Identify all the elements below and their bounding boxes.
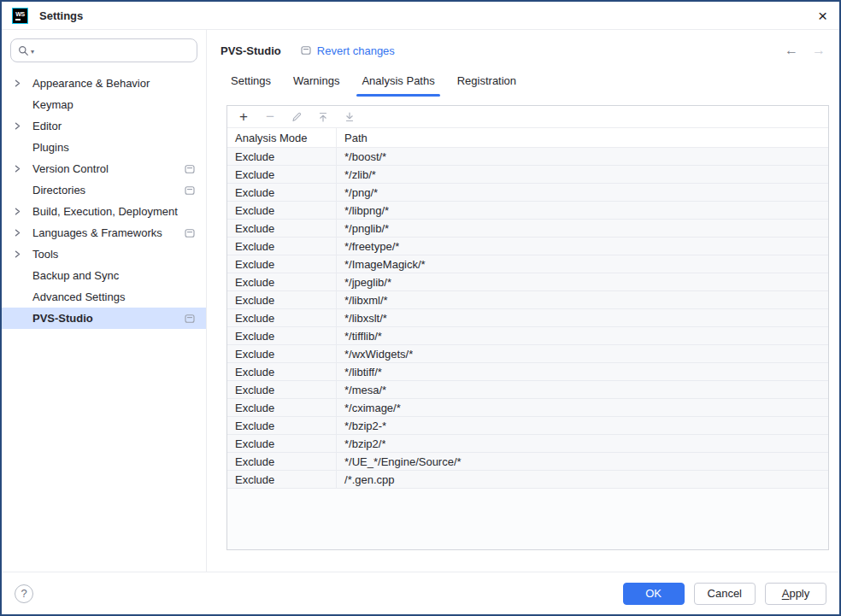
sidebar-item[interactable]: Languages & Frameworks (2, 222, 206, 243)
tab[interactable]: Warnings (288, 70, 344, 97)
tab-label: Registration (457, 74, 516, 87)
title-bar: WS Settings × (2, 2, 839, 30)
back-arrow-icon[interactable]: ← (785, 43, 798, 58)
settings-search-input[interactable] (39, 44, 190, 57)
table-row[interactable]: Exclude */pnglib/* (227, 220, 828, 238)
path-cell: */tifflib/* (337, 327, 382, 344)
table-row[interactable]: Exclude */freetype/* (227, 238, 828, 255)
path-cell: */png/* (337, 184, 378, 201)
table-row[interactable]: Exclude */cximage/* (227, 399, 828, 417)
sidebar-item-label: Version Control (32, 162, 185, 175)
settings-search-box[interactable]: ▾ (10, 38, 197, 62)
sidebar-item-label: Build, Execution, Deployment (32, 205, 185, 218)
analysis-mode-cell: Exclude (227, 220, 337, 237)
analysis-mode-cell: Exclude (227, 381, 337, 398)
path-cell: */zlib/* (337, 166, 376, 183)
table-row[interactable]: Exclude */UE_*/Engine/Source/* (227, 453, 828, 471)
tab[interactable]: Analysis Paths (356, 70, 439, 97)
tab[interactable]: Registration (452, 70, 521, 97)
apply-button[interactable]: Apply (765, 583, 826, 605)
analysis-mode-cell: Exclude (227, 309, 337, 326)
path-cell: */libxml/* (337, 291, 388, 308)
revert-changes-link[interactable]: Revert changes (301, 44, 395, 57)
path-cell: */boost/* (337, 148, 386, 165)
sidebar-item[interactable]: Backup and Sync (2, 265, 206, 286)
history-navigation: ← → (785, 43, 827, 58)
content-header: PVS-Studio Revert changes ← → (221, 42, 827, 59)
table-row[interactable]: Exclude */boost/* (227, 148, 828, 166)
sidebar-item[interactable]: Appearance & Behavior (2, 73, 206, 94)
add-icon[interactable]: + (237, 110, 250, 124)
chevron-right-icon[interactable] (14, 122, 26, 130)
sidebar-item[interactable]: Version Control (2, 158, 206, 179)
sidebar-item[interactable]: Tools (2, 243, 206, 265)
sidebar-item[interactable]: Keymap (2, 94, 206, 115)
close-icon[interactable]: × (818, 8, 827, 24)
revert-icon (301, 45, 311, 56)
move-down-icon[interactable] (343, 110, 356, 124)
path-cell: */mesa/* (337, 381, 386, 398)
move-up-icon[interactable] (316, 110, 330, 124)
column-header-analysis-mode: Analysis Mode (227, 128, 337, 147)
analysis-mode-cell: Exclude (227, 238, 337, 255)
logo-text: WS (15, 11, 24, 17)
tab[interactable]: Settings (226, 70, 276, 97)
settings-dialog: WS Settings × ▾ (0, 0, 841, 616)
table-row[interactable]: Exclude */libxml/* (227, 291, 828, 309)
table-row[interactable]: Exclude */jpeglib/* (227, 273, 828, 291)
sidebar-item[interactable]: Build, Execution, Deployment (2, 201, 206, 222)
edit-pencil-icon[interactable] (290, 110, 303, 124)
table-row[interactable]: Exclude */libpng/* (227, 202, 828, 220)
tab-label: Settings (231, 74, 271, 87)
table-row[interactable]: Exclude */png/* (227, 184, 828, 202)
table-row[interactable]: Exclude */libtiff/* (227, 363, 828, 381)
remove-icon[interactable]: − (263, 110, 277, 124)
path-cell: */libpng/* (337, 202, 389, 219)
path-cell: */cximage/* (337, 399, 401, 416)
chevron-right-icon[interactable] (14, 250, 26, 258)
settings-sidebar: ▾ Appearance & Behavior (2, 30, 207, 572)
cancel-button[interactable]: Cancel (694, 583, 756, 605)
footer-buttons: OK Cancel Apply (623, 583, 826, 605)
table-row[interactable]: Exclude */libxslt/* (227, 309, 828, 327)
path-cell: */pnglib/* (337, 220, 389, 237)
sidebar-item[interactable]: Plugins (2, 137, 206, 158)
sidebar-item[interactable]: Directories (2, 179, 206, 201)
table-row[interactable]: Exclude */zlib/* (227, 166, 828, 184)
table-row[interactable]: Exclude */bzip2-* (227, 417, 828, 435)
sidebar-item-label: PVS-Studio (32, 312, 185, 325)
analysis-mode-cell: Exclude (227, 453, 337, 470)
sidebar-item[interactable]: PVS-Studio (2, 308, 206, 329)
page-title: PVS-Studio (221, 44, 281, 57)
path-cell: /*.gen.cpp (337, 471, 395, 488)
sidebar-item-label: Advanced Settings (32, 290, 185, 303)
table-row[interactable]: Exclude */ImageMagick/* (227, 255, 828, 273)
help-icon[interactable]: ? (15, 584, 33, 603)
path-cell: */UE_*/Engine/Source/* (337, 453, 462, 470)
table-row[interactable]: Exclude */mesa/* (227, 381, 828, 399)
analysis-mode-cell: Exclude (227, 345, 337, 362)
analysis-mode-cell: Exclude (227, 291, 337, 308)
table-row[interactable]: Exclude */bzip2/* (227, 435, 828, 453)
sidebar-item[interactable]: Editor (2, 115, 206, 137)
chevron-right-icon[interactable] (14, 229, 26, 237)
tab-label: Warnings (293, 74, 339, 87)
search-history-caret-icon[interactable]: ▾ (31, 48, 34, 56)
chevron-right-icon[interactable] (14, 165, 26, 173)
chevron-right-icon[interactable] (14, 79, 26, 87)
ok-button[interactable]: OK (623, 583, 685, 605)
analysis-mode-cell: Exclude (227, 417, 337, 434)
modified-settings-icon (185, 164, 195, 174)
analysis-mode-cell: Exclude (227, 363, 337, 380)
sidebar-item[interactable]: Advanced Settings (2, 286, 206, 308)
table-row[interactable]: Exclude */wxWidgets/* (227, 345, 828, 363)
table-row[interactable]: Exclude */tifflib/* (227, 327, 828, 345)
forward-arrow-icon[interactable]: → (812, 43, 826, 58)
analysis-mode-cell: Exclude (227, 202, 337, 219)
analysis-mode-cell: Exclude (227, 166, 337, 183)
chevron-right-icon[interactable] (14, 208, 26, 215)
path-cell: */libxslt/* (337, 309, 387, 326)
modified-settings-icon (185, 314, 195, 324)
table-row[interactable]: Exclude /*.gen.cpp (227, 471, 828, 489)
sidebar-item-label: Languages & Frameworks (32, 226, 185, 239)
